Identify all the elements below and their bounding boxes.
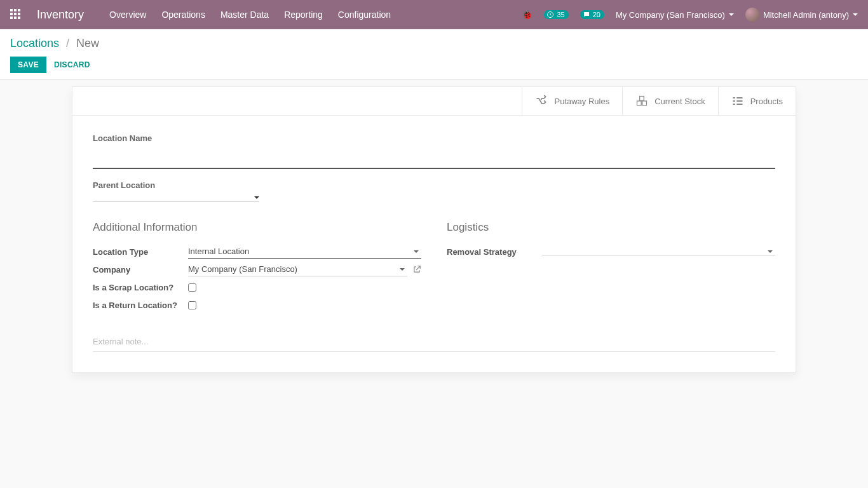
location-type-select[interactable]: Internal Location (188, 245, 421, 259)
row-location-type: Location Type Internal Location (93, 243, 421, 261)
activity-badge[interactable]: 35 (544, 10, 568, 19)
return-label: Is a Return Location? (93, 301, 188, 310)
stat-current-stock[interactable]: Current Stock (622, 87, 717, 115)
control-panel: Locations / New SAVE DISCARD (0, 29, 868, 80)
chevron-down-icon (254, 196, 259, 199)
breadcrumb-current: New (76, 37, 99, 50)
avatar (745, 8, 759, 22)
user-name: Mitchell Admin (antony) (763, 10, 849, 20)
top-navbar: Inventory Overview Operations Master Dat… (0, 0, 868, 29)
parent-location-select[interactable] (93, 194, 259, 202)
row-scrap: Is a Scrap Location? (93, 278, 421, 296)
location-type-value: Internal Location (188, 247, 249, 256)
nav-reporting[interactable]: Reporting (284, 10, 323, 20)
stat-products[interactable]: Products (718, 87, 796, 115)
nav-configuration[interactable]: Configuration (338, 10, 391, 20)
app-brand[interactable]: Inventory (37, 8, 84, 22)
action-row: SAVE DISCARD (10, 57, 858, 73)
save-button[interactable]: SAVE (10, 57, 46, 73)
breadcrumb-separator: / (66, 37, 69, 50)
chevron-down-icon (853, 13, 858, 16)
stat-stock-label: Current Stock (654, 97, 705, 106)
user-menu[interactable]: Mitchell Admin (antony) (745, 8, 858, 22)
svg-rect-2 (642, 101, 647, 105)
stat-putaway-label: Putaway Rules (554, 97, 609, 106)
scrap-checkbox[interactable] (188, 283, 196, 292)
parent-location-row: Parent Location (93, 180, 775, 202)
row-return: Is a Return Location? (93, 296, 421, 314)
nav-master-data[interactable]: Master Data (220, 10, 269, 20)
row-removal: Removal Strategy (447, 243, 775, 261)
scrap-label: Is a Scrap Location? (93, 283, 188, 292)
location-name-input[interactable] (93, 147, 775, 169)
list-icon (731, 95, 744, 107)
removal-label: Removal Strategy (447, 247, 542, 257)
location-name-label: Location Name (93, 133, 775, 143)
col-logistics: Logistics Removal Strategy (447, 221, 775, 314)
chevron-down-icon (414, 250, 419, 253)
company-label: Company (93, 265, 188, 274)
chevron-down-icon (768, 250, 773, 253)
section-additional-title: Additional Information (93, 221, 421, 234)
nav-right: 🐞 35 20 My Company (San Francisco) Mitch… (522, 8, 858, 22)
return-checkbox[interactable] (188, 301, 196, 309)
external-link-icon[interactable] (412, 265, 421, 274)
form-columns: Additional Information Location Type Int… (93, 221, 775, 314)
chat-icon (583, 11, 590, 18)
company-value: My Company (San Francisco) (188, 264, 297, 274)
breadcrumb-root[interactable]: Locations (10, 37, 59, 50)
apps-icon[interactable] (10, 9, 22, 20)
stat-putaway-rules[interactable]: Putaway Rules (522, 87, 622, 115)
messages-badge[interactable]: 20 (580, 10, 604, 19)
stat-button-box: Putaway Rules Current Stock Products (72, 87, 796, 116)
chevron-down-icon (400, 268, 405, 271)
location-type-label: Location Type (93, 247, 188, 257)
discard-button[interactable]: DISCARD (54, 60, 90, 69)
svg-rect-1 (637, 101, 642, 105)
company-switcher[interactable]: My Company (San Francisco) (616, 10, 734, 20)
removal-select[interactable] (542, 248, 775, 255)
nav-operations[interactable]: Operations (161, 10, 205, 20)
company-name: My Company (San Francisco) (616, 10, 725, 20)
boxes-icon (635, 95, 648, 107)
col-additional: Additional Information Location Type Int… (93, 221, 421, 314)
shuffle-icon (535, 95, 548, 107)
svg-rect-3 (640, 97, 644, 101)
note-row (93, 332, 775, 352)
section-logistics-title: Logistics (447, 221, 775, 234)
activity-count: 35 (557, 11, 564, 18)
parent-location-label: Parent Location (93, 180, 775, 190)
main-area: Putaway Rules Current Stock Products Loc… (0, 80, 868, 398)
external-note-input[interactable] (93, 337, 775, 346)
sheet-body: Location Name Parent Location Additional… (72, 116, 796, 372)
clock-icon (546, 11, 554, 18)
debug-icon[interactable]: 🐞 (522, 10, 532, 20)
nav-overview[interactable]: Overview (109, 10, 146, 20)
company-select[interactable]: My Company (San Francisco) (188, 262, 407, 276)
chevron-down-icon (729, 13, 734, 16)
row-company: Company My Company (San Francisco) (93, 261, 421, 278)
breadcrumb: Locations / New (10, 37, 858, 50)
form-sheet: Putaway Rules Current Stock Products Loc… (72, 86, 796, 373)
stat-products-label: Products (750, 97, 783, 106)
nav-menu: Overview Operations Master Data Reportin… (109, 10, 391, 20)
messages-count: 20 (593, 11, 600, 18)
